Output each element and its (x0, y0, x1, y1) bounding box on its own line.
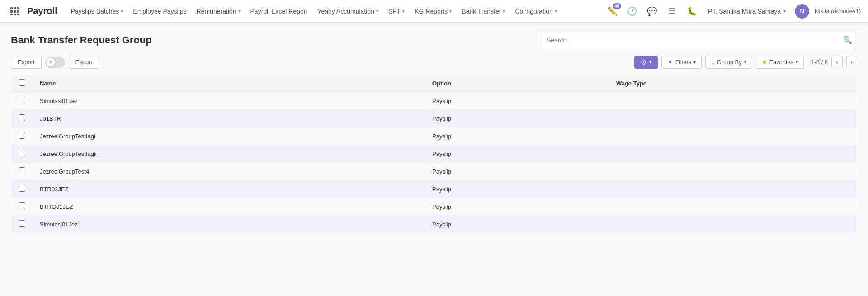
page-header: Bank Transfer Request Group 🔍 (11, 32, 857, 48)
chevron-down-icon: ▾ (238, 9, 241, 14)
select-all-checkbox[interactable] (19, 79, 25, 86)
chevron-down-icon: ▾ (449, 9, 452, 14)
page-title: Bank Transfer Request Group (11, 34, 152, 46)
row-option: Payslip (425, 198, 609, 216)
chevron-down-icon: ▾ (121, 9, 123, 14)
groupby-button[interactable]: ≡ Group By ▾ (705, 56, 752, 69)
row-checkbox-cell (11, 216, 33, 233)
row-name: Simulasi01Jez (33, 92, 425, 110)
row-option: Payslip (425, 180, 609, 198)
toolbar: Export ✕ Export ⚙ ▾ ▼ Filters ▾ ≡ Group … (11, 56, 857, 69)
row-option: Payslip (425, 110, 609, 127)
row-name: J01BTR (33, 110, 425, 127)
menu-spt[interactable]: SPT ▾ (384, 5, 409, 18)
app-grid-icon[interactable] (7, 4, 22, 19)
gear-settings-button[interactable]: ⚙ ▾ (634, 56, 658, 69)
svg-rect-8 (17, 14, 19, 15)
topnav-right-section: ✏️ 40 🕐 💬 ☰ 🐛 PT. Santika Mitra Samaya ▾… (605, 4, 861, 19)
pagination-prev-button[interactable]: ‹ (831, 56, 842, 68)
menu-employee-payslips[interactable]: Employee Payslips (128, 5, 191, 18)
row-name: JezreelGroupTestIagii (33, 145, 425, 163)
favorites-button[interactable]: ★ Favorites ▾ (756, 56, 804, 69)
svg-rect-1 (14, 7, 16, 9)
search-button[interactable]: 🔍 (839, 32, 857, 48)
row-wage-type (609, 145, 857, 163)
table-row[interactable]: BTR02JEZ Payslip (11, 180, 857, 198)
table-header-wage-type[interactable]: Wage Type (609, 75, 857, 92)
row-name: BTR02JEZ (33, 180, 425, 198)
row-wage-type (609, 198, 857, 216)
table-header-name[interactable]: Name (33, 75, 425, 92)
menu-kg-reports[interactable]: KG Reports ▾ (410, 5, 456, 18)
gear-chevron-icon: ▾ (649, 60, 651, 65)
export-button-2[interactable]: Export (69, 56, 99, 69)
svg-rect-3 (10, 10, 13, 13)
table-header: Name Option Wage Type (11, 75, 857, 92)
row-name: JezreelGroupTest4 (33, 163, 425, 180)
row-option: Payslip (425, 127, 609, 145)
svg-rect-4 (14, 10, 16, 13)
table-row[interactable]: BTRG01JEZ Payslip (11, 198, 857, 216)
chevron-down-icon: ▾ (796, 60, 798, 65)
row-checkbox[interactable] (19, 132, 25, 139)
row-name: Simulasi01Jez (33, 216, 425, 233)
menu-remuneration[interactable]: Remuneration ▾ (192, 5, 245, 18)
search-input[interactable] (541, 33, 839, 47)
table-row[interactable]: J01BTR Payslip (11, 110, 857, 127)
table-header-row: Name Option Wage Type (11, 75, 857, 92)
svg-rect-0 (10, 7, 13, 9)
menu-configuration[interactable]: Configuration ▾ (510, 5, 561, 18)
row-checkbox-cell (11, 127, 33, 145)
menu-payroll-excel-report[interactable]: Payroll Excel Report (246, 5, 312, 18)
groupby-icon: ≡ (711, 59, 715, 66)
row-checkbox-cell (11, 163, 33, 180)
row-wage-type (609, 180, 857, 198)
table-row[interactable]: JezreelGroupTest4 Payslip (11, 163, 857, 180)
row-checkbox-cell (11, 110, 33, 127)
row-wage-type (609, 163, 857, 180)
chevron-down-icon: ▾ (376, 9, 378, 14)
row-checkbox[interactable] (19, 185, 25, 192)
table-row[interactable]: JezreelGroupTestIagii Payslip (11, 145, 857, 163)
row-option: Payslip (425, 163, 609, 180)
filter-icon: ▼ (667, 59, 673, 66)
company-selector[interactable]: PT. Santika Mitra Samaya ▾ (704, 6, 789, 17)
chevron-down-icon: ▾ (503, 9, 505, 14)
close-icon: ✕ (48, 59, 52, 65)
main-menu: Payslips Batches ▾ Employee Payslips Rem… (66, 5, 603, 18)
toggle-switch[interactable]: ✕ (45, 57, 65, 68)
row-wage-type (609, 127, 857, 145)
main-content: Bank Transfer Request Group 🔍 Export ✕ E… (0, 23, 868, 242)
notification-badge: 40 (613, 3, 621, 9)
svg-rect-5 (17, 10, 19, 13)
row-checkbox[interactable] (19, 220, 25, 227)
table-row[interactable]: JezreelGroupTestIagi Payslip (11, 127, 857, 145)
row-checkbox-cell (11, 198, 33, 216)
bug-icon-btn[interactable]: 🐛 (684, 4, 699, 19)
top-navigation: Payroll Payslips Batches ▾ Employee Pays… (0, 0, 868, 23)
row-option: Payslip (425, 216, 609, 233)
user-avatar[interactable]: N (795, 4, 809, 19)
list-icon-btn[interactable]: ☰ (665, 4, 679, 19)
row-checkbox[interactable] (19, 167, 25, 174)
table-row[interactable]: Simulasi01Jez Payslip (11, 92, 857, 110)
row-checkbox[interactable] (19, 114, 25, 121)
menu-bank-transfer[interactable]: Bank Transfer ▾ (457, 5, 509, 18)
edit-icon-btn[interactable]: ✏️ 40 (605, 4, 619, 19)
data-table: Name Option Wage Type Simulasi01Jez Pays… (11, 74, 857, 233)
menu-yearly-accumulation[interactable]: Yearly Accumulation ▾ (313, 5, 383, 18)
row-checkbox[interactable] (19, 202, 25, 209)
row-checkbox-cell (11, 180, 33, 198)
export-button-1[interactable]: Export (11, 56, 42, 69)
filters-button[interactable]: ▼ Filters ▾ (661, 56, 702, 69)
row-checkbox[interactable] (19, 97, 25, 103)
pagination-next-button[interactable]: › (846, 56, 857, 68)
toggle-thumb: ✕ (46, 58, 55, 67)
chat-icon-btn[interactable]: 💬 (645, 4, 659, 19)
clock-icon-btn[interactable]: 🕐 (625, 4, 639, 19)
menu-payslips-batches[interactable]: Payslips Batches ▾ (66, 5, 128, 18)
row-name: JezreelGroupTestIagi (33, 127, 425, 145)
table-row[interactable]: Simulasi01Jez Payslip (11, 216, 857, 233)
table-header-option[interactable]: Option (425, 75, 609, 92)
row-checkbox[interactable] (19, 150, 25, 156)
